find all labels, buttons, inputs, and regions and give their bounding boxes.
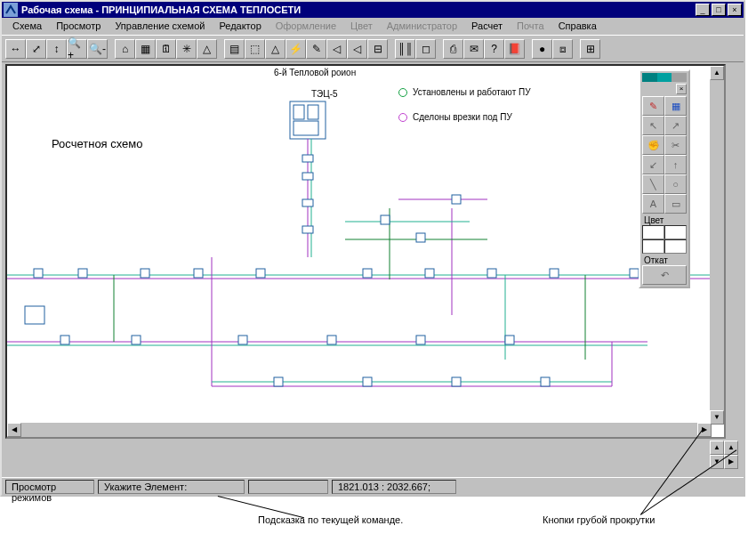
legend-text-1: Установлены и работают ПУ [413, 87, 531, 97]
toolbar-button-4-1[interactable]: ✉ [463, 39, 484, 59]
menu-item-0[interactable]: Схема [5, 20, 49, 35]
scissors-icon[interactable]: ✂ [664, 135, 687, 155]
toolbar-button-0-2[interactable]: ↕ [46, 39, 67, 59]
arrow-nw-icon[interactable]: ↖ [642, 116, 664, 135]
color-swatch[interactable] [664, 225, 687, 239]
svg-rect-37 [630, 269, 639, 278]
svg-rect-33 [363, 269, 372, 278]
vertical-scrollbar[interactable]: ▲ ▼ [710, 66, 724, 425]
titlebar: Рабочая схема - ПРИНЦИПИАЛЬНАЯ СХЕМА ТЕП… [2, 2, 744, 18]
text-icon[interactable]: A [642, 194, 664, 214]
tool-palette: × ✎ ▦ ↖ ↗ ✊ ✂ ↙ [639, 69, 690, 288]
toolbar-button-4-3[interactable]: 📕 [504, 39, 525, 59]
toolbar-button-1-3[interactable]: ✳ [176, 39, 197, 59]
toolbar: ↔⤢↕🔍+🔍-⌂▦🗓✳△▤⬚△⚡✎◁◁⊟║║◻⎙✉?📕●⧈⊞ [2, 35, 744, 61]
arrow-ne-icon[interactable]: ↗ [664, 116, 687, 135]
toolbar-button-0-4[interactable]: 🔍- [87, 39, 108, 59]
horizontal-scrollbar[interactable]: ◀ ▶ [7, 423, 712, 437]
status-prompt: Укажите Элемент: [98, 480, 245, 494]
toolbar-button-0-0[interactable]: ↔ [5, 39, 26, 59]
toolbar-button-2-7[interactable]: ⊟ [367, 39, 388, 59]
menu-item-1[interactable]: Просмотр [49, 20, 108, 35]
toolbar-button-3-1[interactable]: ◻ [415, 39, 436, 59]
toolbar-button-0-3[interactable]: 🔍+ [67, 39, 87, 59]
toolbar-button-4-0[interactable]: ⎙ [443, 39, 463, 59]
grab-icon[interactable]: ✊ [642, 135, 664, 155]
menubar: СхемаПросмотрУправление схемойРедакторОф… [2, 18, 744, 35]
toolbar-button-2-4[interactable]: ✎ [306, 39, 326, 59]
color-swatch[interactable] [642, 225, 664, 239]
svg-rect-47 [541, 377, 550, 386]
minimize-button[interactable]: _ [696, 4, 710, 16]
status-mode: Просмотр режимов [5, 480, 94, 494]
toolbar-button-2-5[interactable]: ◁ [326, 39, 347, 59]
svg-rect-50 [452, 195, 461, 204]
svg-rect-31 [194, 269, 203, 278]
menu-item-5: Цвет [343, 20, 380, 35]
palette-tool-a[interactable]: ✎ [642, 96, 664, 116]
toolbar-button-5-1[interactable]: ⧈ [552, 39, 573, 59]
toolbar-button-4-2[interactable]: ? [484, 39, 504, 59]
svg-rect-46 [452, 377, 461, 386]
toolbar-button-1-0[interactable]: ⌂ [115, 39, 135, 59]
color-section-label: Цвет [642, 214, 687, 225]
arrow-up-icon[interactable]: ↑ [664, 155, 687, 174]
svg-rect-8 [302, 199, 313, 206]
color-grid [642, 225, 687, 254]
toolbar-button-2-1[interactable]: ⬚ [245, 39, 265, 59]
svg-rect-48 [381, 215, 390, 224]
menu-item-2[interactable]: Управление схемой [108, 20, 212, 35]
menu-item-7[interactable]: Расчет [464, 20, 510, 35]
annotation-coarse: Кнопки грубой прокрутки [543, 514, 655, 525]
menu-item-9[interactable]: Справка [551, 20, 604, 35]
undo-section-label: Откат [642, 254, 687, 265]
schematic-canvas[interactable]: 6-й Тепловой роион ТЭЦ-5 Росчетноя схемо… [7, 66, 712, 425]
toolbar-button-5-0[interactable]: ● [532, 39, 552, 59]
toolbar-button-2-3[interactable]: ⚡ [286, 39, 306, 59]
svg-rect-35 [487, 269, 496, 278]
svg-rect-28 [34, 269, 43, 278]
svg-rect-40 [238, 336, 247, 344]
menu-item-4: Оформление [269, 20, 343, 35]
menu-item-6: Администратор [380, 20, 464, 35]
maximize-button[interactable]: □ [712, 4, 726, 16]
canvas-frame: 6-й Тепловой роион ТЭЦ-5 Росчетноя схемо… [5, 64, 726, 439]
toolbar-button-0-1[interactable]: ⤢ [26, 39, 46, 59]
svg-rect-42 [416, 336, 425, 344]
toolbar-button-2-2[interactable]: △ [265, 39, 286, 59]
line-icon[interactable]: ╲ [642, 174, 664, 194]
svg-rect-39 [132, 336, 141, 344]
palette-colorbar [642, 73, 687, 82]
toolbar-button-1-4[interactable]: △ [197, 39, 217, 59]
undo-button[interactable]: ↶ [642, 265, 687, 285]
color-swatch[interactable] [642, 239, 664, 254]
menu-item-8: Почта [510, 20, 551, 35]
coarse-up-button[interactable]: ▲ [710, 441, 724, 455]
toolbar-button-3-0[interactable]: ║║ [395, 39, 415, 59]
color-swatch[interactable] [664, 239, 687, 254]
legend-item-2: Сделоны врезки под ПУ [398, 112, 512, 122]
circle-icon[interactable]: ○ [664, 174, 687, 194]
scroll-up-button[interactable]: ▲ [710, 66, 724, 80]
toolbar-button-1-1[interactable]: ▦ [135, 39, 156, 59]
legend-circle-icon [398, 113, 407, 122]
client-area: 6-й Тепловой роион ТЭЦ-5 Росчетноя схемо… [2, 61, 744, 495]
svg-rect-30 [141, 269, 149, 278]
svg-rect-51 [25, 306, 44, 324]
toolbar-button-2-6[interactable]: ◁ [347, 39, 367, 59]
close-button[interactable]: × [728, 4, 742, 16]
toolbar-button-1-2[interactable]: 🗓 [156, 39, 176, 59]
scroll-right-button[interactable]: ▶ [697, 423, 712, 437]
svg-rect-2 [308, 105, 318, 119]
toolbar-button-2-0[interactable]: ▤ [224, 39, 245, 59]
scroll-left-button[interactable]: ◀ [7, 423, 21, 437]
palette-close-button[interactable]: × [676, 84, 687, 94]
rect-icon[interactable]: ▭ [664, 194, 687, 214]
menu-item-3[interactable]: Редактор [212, 20, 268, 35]
window-title: Рабочая схема - ПРИНЦИПИАЛЬНАЯ СХЕМА ТЕП… [21, 4, 694, 15]
palette-tool-b[interactable]: ▦ [664, 96, 687, 116]
arrow-sw-icon[interactable]: ↙ [642, 155, 664, 174]
scroll-down-button[interactable]: ▼ [710, 410, 724, 425]
svg-rect-34 [425, 269, 434, 278]
toolbar-button-6-0[interactable]: ⊞ [580, 39, 600, 59]
